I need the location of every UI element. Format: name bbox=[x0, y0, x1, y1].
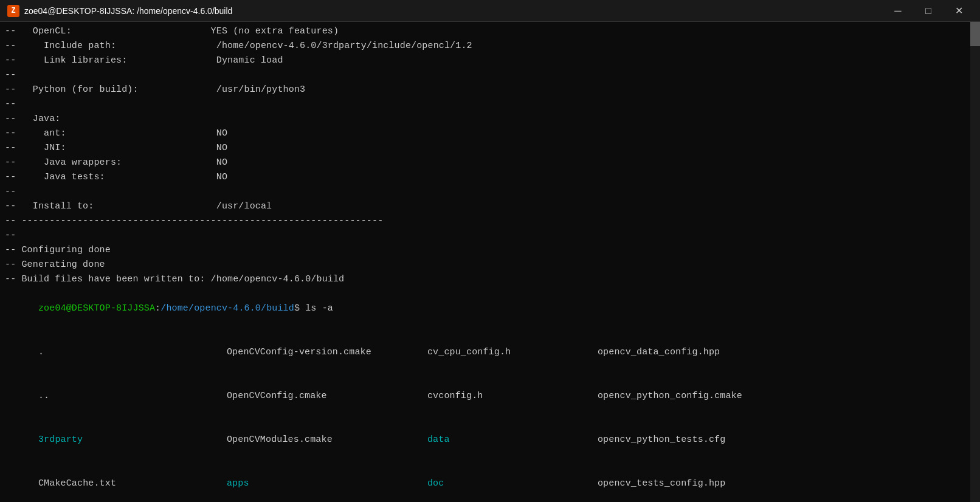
terminal-line: -- Java wrappers: NO bbox=[5, 156, 975, 170]
terminal-line: -- bbox=[5, 97, 975, 112]
prompt-username: zoe04@DESKTOP-8IJJSSA bbox=[38, 303, 155, 314]
terminal-line: -- Python (for build): /usr/bin/python3 bbox=[5, 83, 975, 97]
prompt-line: zoe04@DESKTOP-8IJJSSA:/home/opencv-4.6.0… bbox=[5, 287, 975, 331]
ls-row: ..OpenCVConfig.cmakecvconfig.hopencv_pyt… bbox=[5, 374, 975, 418]
terminal-icon: Z bbox=[7, 5, 19, 17]
terminal-line: -- Include path: /home/opencv-4.6.0/3rdp… bbox=[5, 39, 975, 53]
terminal-line: -- Generating done bbox=[5, 258, 975, 272]
terminal-line: -- bbox=[5, 229, 975, 243]
icon-letter: Z bbox=[11, 7, 15, 15]
titlebar: Z zoe04@DESKTOP-8IJJSSA: /home/opencv-4.… bbox=[0, 0, 980, 22]
terminal-line: -- Link libraries: Dynamic load bbox=[5, 53, 975, 68]
terminal-line: -- Java tests: NO bbox=[5, 170, 975, 185]
terminal-line: -- bbox=[5, 68, 975, 83]
terminal-line: -- ant: NO bbox=[5, 126, 975, 141]
terminal-line: -- Build files have been written to: /ho… bbox=[5, 272, 975, 287]
window-title: zoe04@DESKTOP-8IJJSSA: /home/opencv-4.6.… bbox=[24, 6, 232, 16]
scrollbar-thumb[interactable] bbox=[970, 22, 980, 46]
maximize-button[interactable]: □ bbox=[914, 0, 942, 22]
terminal-line: -- OpenCL: YES (no extra features) bbox=[5, 24, 975, 39]
terminal-line: -- JNI: NO bbox=[5, 141, 975, 156]
terminal-output[interactable]: -- OpenCL: YES (no extra features) -- In… bbox=[0, 22, 980, 502]
ls-row: .OpenCVConfig-version.cmakecv_cpu_config… bbox=[5, 331, 975, 374]
prompt-path: /home/opencv-4.6.0/build bbox=[160, 303, 294, 314]
ls-row: CMakeCache.txtappsdocopencv_tests_config… bbox=[5, 462, 975, 502]
window-controls: ─ □ ✕ bbox=[884, 0, 973, 22]
terminal-line: -- Java: bbox=[5, 112, 975, 126]
minimize-button[interactable]: ─ bbox=[884, 0, 912, 22]
ls-row: 3rdpartyOpenCVModules.cmakedataopencv_py… bbox=[5, 418, 975, 462]
close-button[interactable]: ✕ bbox=[945, 0, 973, 22]
terminal-line: -- -------------------------------------… bbox=[5, 214, 975, 229]
terminal-line: -- Install to: /usr/local bbox=[5, 199, 975, 214]
terminal-line: -- bbox=[5, 185, 975, 199]
scrollbar[interactable] bbox=[970, 22, 980, 502]
titlebar-left: Z zoe04@DESKTOP-8IJJSSA: /home/opencv-4.… bbox=[7, 5, 232, 17]
terminal-line: -- Configuring done bbox=[5, 243, 975, 258]
